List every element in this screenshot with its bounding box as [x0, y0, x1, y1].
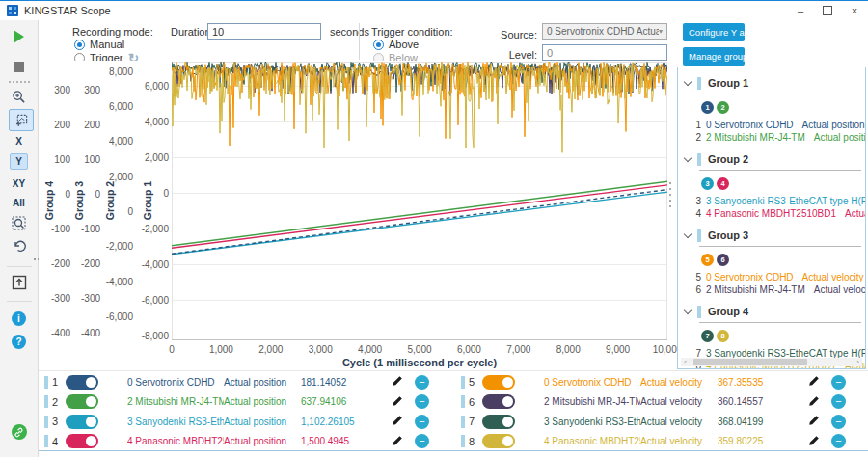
toggle-knob — [86, 436, 96, 446]
y-tick-label: -300 — [32, 293, 70, 304]
group-header[interactable]: Group 2 — [678, 149, 865, 169]
table-row: 44 Panasonic MBDHT251...Actual position1… — [39, 432, 451, 452]
remove-signal-button[interactable]: − — [415, 415, 429, 429]
signal-name: 3 Sanyodenki RS3-EtheC... — [544, 417, 640, 427]
remove-signal-button[interactable]: − — [415, 434, 429, 448]
level-input[interactable] — [542, 44, 667, 61]
start-recording-button[interactable] — [0, 28, 38, 45]
group-header[interactable]: Group 3 — [678, 226, 865, 245]
signal-name: 0 Servotronix CDHD — [127, 377, 224, 388]
row-accent-bar — [44, 416, 48, 428]
y-tick-label: 0 — [95, 206, 133, 217]
manual-radio[interactable]: Manual — [74, 39, 124, 50]
signal-type: Actual velocity — [640, 436, 718, 446]
group-signal-item[interactable]: 22 Mitsubishi MR-J4-TMActual position — [678, 131, 865, 144]
y-tick-label: 8,000 — [95, 67, 133, 77]
manage-groups-button[interactable]: Manage groups — [683, 47, 745, 66]
edit-signal-button[interactable] — [804, 393, 824, 411]
info-icon: i — [12, 311, 26, 326]
duration-input[interactable] — [207, 23, 321, 40]
signal-badge[interactable]: 5 — [701, 254, 714, 266]
x-tick-label: 1,000 — [209, 344, 233, 355]
y-tick-label: 2,000 — [130, 152, 169, 163]
edit-signal-button[interactable] — [804, 413, 824, 430]
signal-badge[interactable]: 1 — [701, 101, 714, 114]
remove-signal-button[interactable]: − — [415, 375, 429, 390]
row-accent-bar — [44, 435, 48, 447]
signal-type: Actual velocity — [814, 284, 865, 295]
signal-visibility-toggle[interactable] — [66, 375, 98, 390]
group-signal-item[interactable]: 33 Sanyodenki RS3-EtheCAT type H(P001382… — [678, 195, 865, 207]
remove-signal-button[interactable]: − — [831, 375, 846, 390]
source-dropdown[interactable]: 0 Servotronix CDHD Actual position ▾ — [542, 23, 667, 40]
y-tick-label: -8,000 — [130, 331, 169, 341]
export-button[interactable] — [0, 273, 38, 292]
stop-recording-button[interactable] — [0, 59, 38, 74]
edit-signal-button[interactable] — [388, 413, 407, 430]
close-button[interactable]: × — [841, 1, 868, 20]
scroll-left-icon[interactable]: ‹ — [681, 358, 690, 366]
signal-value: 360.14557 — [718, 396, 802, 407]
signal-visibility-toggle[interactable] — [482, 394, 515, 409]
scrollbar-thumb[interactable] — [693, 359, 807, 365]
groups-panel-scrollbar[interactable]: ‹ › — [681, 358, 862, 366]
signal-badge[interactable]: 6 — [717, 254, 729, 266]
signal-badge[interactable]: 7 — [701, 330, 714, 342]
minimize-button[interactable]: – — [787, 1, 814, 20]
signal-name: 4 Panasonic MBDHT251... — [544, 436, 640, 446]
y-tick-label: -4,000 — [130, 259, 169, 270]
edit-signal-button[interactable] — [388, 393, 407, 411]
zoom-selection-icon — [12, 216, 27, 231]
table-row: 50 Servotronix CDHDActual velocity367.35… — [455, 372, 868, 392]
group-signal-item[interactable]: 50 Servotronix CDHDActual velocity — [678, 271, 865, 283]
group-signal-item[interactable]: 10 Servotronix CDHDActual position — [678, 119, 865, 131]
panel-splitter-handle[interactable] — [669, 182, 671, 207]
configure-y-axes-button[interactable]: Configure Y axes — [683, 23, 745, 41]
group-signal-item[interactable]: 44 Panasonic MBDHT2510BD1Actual position — [678, 207, 865, 220]
signal-badge[interactable]: 2 — [717, 101, 729, 114]
maximize-button[interactable] — [814, 1, 841, 20]
table-row: 10 Servotronix CDHDActual position181.14… — [39, 372, 451, 392]
signal-badge[interactable]: 4 — [717, 177, 729, 190]
signal-index: 2 — [692, 132, 701, 143]
signal-visibility-toggle[interactable] — [66, 415, 98, 429]
signal-visibility-toggle[interactable] — [66, 434, 98, 448]
panel-actions: Configure Y axes Manage groups — [683, 23, 745, 66]
group-header[interactable]: Group 4 — [678, 302, 865, 321]
chart-area: Group 16,0004,0002,0000-2,000-4,000-6,00… — [39, 61, 677, 370]
group-separator — [699, 94, 861, 94]
pan-chart-tool-button[interactable] — [9, 109, 34, 131]
pencil-icon — [392, 415, 403, 426]
signal-badge[interactable]: 3 — [701, 177, 714, 190]
edit-signal-button[interactable] — [388, 433, 407, 450]
edit-signal-button[interactable] — [388, 373, 407, 390]
remove-signal-button[interactable]: − — [831, 394, 846, 409]
trigger-condition-label: Trigger condition: — [371, 26, 453, 38]
connection-status-button[interactable] — [0, 423, 38, 441]
signal-badge[interactable]: 8 — [717, 330, 729, 342]
above-radio[interactable]: Above — [373, 39, 419, 50]
info-button[interactable]: i — [0, 309, 38, 327]
group-signal-item[interactable]: 62 Mitsubishi MR-J4-TMActual velocity — [678, 283, 865, 296]
signal-index: 4 — [692, 208, 701, 219]
undo-zoom-button[interactable] — [0, 238, 38, 254]
y-tick-label: 6,000 — [130, 81, 169, 92]
group-header[interactable]: Group 1 — [678, 73, 865, 93]
y-tick-label: 6,000 — [95, 101, 133, 112]
edit-signal-button[interactable] — [804, 433, 824, 450]
scroll-right-icon[interactable]: › — [854, 358, 862, 366]
chevron-down-icon: ▾ — [659, 27, 663, 36]
signal-visibility-toggle[interactable] — [482, 375, 515, 390]
group-bar — [697, 306, 701, 318]
remove-signal-button[interactable]: − — [831, 415, 846, 429]
signal-visibility-toggle[interactable] — [482, 415, 515, 429]
y-axis-group-label: Group 4 — [43, 181, 55, 220]
signal-visibility-toggle[interactable] — [482, 434, 515, 448]
zoom-x-button[interactable]: X — [0, 134, 38, 148]
level-label: Level: — [477, 49, 537, 61]
remove-signal-button[interactable]: − — [831, 434, 846, 448]
signal-visibility-toggle[interactable] — [66, 394, 98, 409]
source-value: 0 Servotronix CDHD Actual position — [547, 26, 659, 37]
remove-signal-button[interactable]: − — [415, 394, 429, 409]
edit-signal-button[interactable] — [804, 373, 824, 390]
